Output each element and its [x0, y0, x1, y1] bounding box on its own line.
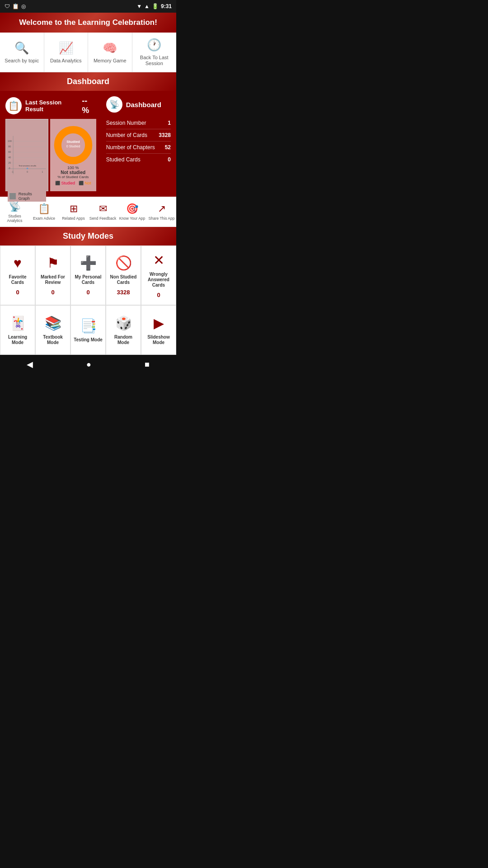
clipboard-icon: 📋: [12, 3, 19, 9]
donut-chart: Studied 0 Studied 100 % Not studied % of…: [50, 119, 96, 191]
svg-text:0: 0: [27, 171, 28, 174]
studied-legend: ⬛ Studied: [55, 181, 75, 185]
wifi-icon: ▼: [136, 3, 142, 9]
share-icon: ↗: [158, 203, 166, 215]
share-nav-label: Share This App: [149, 216, 175, 221]
brain-icon: 🧠: [103, 41, 117, 55]
exam-nav-label: Exam Advice: [33, 216, 55, 221]
quick-actions-grid: 🔍 Search by topic 📈 Data Analytics 🧠 Mem…: [0, 33, 176, 72]
back-button[interactable]: ◀: [27, 359, 33, 369]
back-to-session-button[interactable]: 🕐 Back To Last Session: [132, 33, 177, 72]
legend-text: Results Graph: [19, 192, 44, 201]
number-of-cards-row: Number of Cards 3328: [106, 129, 171, 142]
slideshow-mode-button[interactable]: ▶ Slideshow Mode: [141, 305, 176, 355]
heart-icon: ♥: [14, 255, 22, 271]
status-bar: 🛡 📋 ◎ ▼ ▲ 🔋 9:31: [0, 0, 176, 13]
sub-label: % of Studied Cards: [57, 175, 89, 179]
memory-game-button[interactable]: 🧠 Memory Game: [88, 33, 132, 72]
status-right-icons: ▼ ▲ 🔋 9:31: [136, 3, 172, 9]
analytics-icon: 📈: [59, 41, 73, 55]
textbook-mode-button[interactable]: 📚 Textbook Mode: [35, 305, 70, 355]
know-nav-label: Know Your App: [119, 216, 145, 221]
hide-icon: 🚫: [115, 255, 132, 271]
svg-text:0: 0: [9, 167, 10, 170]
marked-for-review-button[interactable]: ⚑ Marked For Review 0: [35, 245, 70, 305]
personal-label: My Personal Cards: [73, 274, 103, 285]
results-graph: 100 80 60 40 20 0 -1 0 1 Test sessions r…: [5, 119, 48, 191]
personal-cards-button[interactable]: ➕ My Personal Cards 0: [70, 245, 106, 305]
search-by-topic-button[interactable]: 🔍 Search by topic: [0, 33, 44, 72]
related-apps-nav[interactable]: ⊞ Related Apps: [59, 197, 88, 226]
circle-icon: ◎: [21, 3, 26, 9]
study-modes-row2: 🃏 Learning Mode 📚 Textbook Mode 📑 Testin…: [0, 305, 176, 355]
not-studied-label: Not studied: [57, 170, 89, 175]
number-of-chapters-row: Number of Chapters 52: [106, 142, 171, 154]
time: 9:31: [161, 3, 172, 9]
studied-value: 0: [168, 156, 171, 163]
data-analytics-button[interactable]: 📈 Data Analytics: [44, 33, 89, 72]
books-icon: 📚: [45, 315, 61, 331]
memory-label: Memory Game: [94, 58, 127, 64]
donut-svg: Studied 0 Studied: [53, 125, 94, 165]
last-session-header: 📋 Last Session Result -- %: [5, 96, 96, 115]
marked-label: Marked For Review: [38, 274, 68, 285]
chapters-label: Number of Chapters: [106, 144, 155, 151]
know-icon: 🎯: [126, 203, 138, 215]
svg-text:40: 40: [8, 156, 11, 159]
random-label: Random Mode: [108, 335, 139, 345]
stats-header: 📡 Dashboard: [106, 96, 171, 113]
random-mode-button[interactable]: 🎲 Random Mode: [106, 305, 141, 355]
session-number-row: Session Number 1: [106, 117, 171, 129]
dashboard-stats-panel: 📡 Dashboard Session Number 1 Number of C…: [102, 92, 175, 196]
cards-icon: 🃏: [9, 315, 26, 331]
non-studied-cards-button[interactable]: 🚫 Non Studied Cards 3328: [106, 245, 141, 305]
studied-cards-row: Studied Cards 0: [106, 154, 171, 165]
testing-mode-button[interactable]: 📑 Testing Mode: [70, 305, 106, 355]
favorite-cards-button[interactable]: ♥ Favorite Cards 0: [0, 245, 35, 305]
studied-label: Studied Cards: [106, 156, 141, 163]
analytics-label: Data Analytics: [50, 58, 82, 64]
svg-text:80: 80: [8, 145, 11, 148]
signal-icon: ▲: [144, 3, 150, 9]
dashboard-header: Dashboard: [0, 72, 176, 91]
dice-icon: 🎲: [115, 315, 132, 331]
marked-count: 0: [51, 289, 54, 296]
home-button[interactable]: ●: [86, 360, 91, 369]
share-app-nav[interactable]: ↗ Share This App: [147, 197, 176, 226]
cards-value: 3328: [159, 132, 171, 138]
not-legend: ⬛ Not: [79, 181, 91, 185]
recent-apps-button[interactable]: ■: [145, 360, 150, 369]
send-feedback-nav[interactable]: ✉ Send Feedback: [88, 197, 117, 226]
feedback-nav-label: Send Feedback: [89, 216, 117, 221]
related-icon: ⊞: [70, 203, 78, 215]
percent-label: 100 %: [57, 165, 89, 170]
slideshow-label: Slideshow Mode: [143, 335, 174, 345]
learning-mode-button[interactable]: 🃏 Learning Mode: [0, 305, 35, 355]
know-your-app-nav[interactable]: 🎯 Know Your App: [117, 197, 147, 226]
learning-label: Learning Mode: [2, 335, 33, 345]
svg-point-17: [27, 168, 28, 170]
last-session-percent: -- %: [82, 96, 96, 115]
graph-svg: 100 80 60 40 20 0 -1 0 1 Test sessions r…: [8, 121, 46, 189]
feedback-icon: ✉: [99, 203, 107, 215]
svg-text:1: 1: [42, 171, 43, 174]
battery-icon: 🔋: [152, 3, 159, 9]
favorite-label: Favorite Cards: [2, 274, 33, 285]
study-modes-row1: ♥ Favorite Cards 0 ⚑ Marked For Review 0…: [0, 245, 176, 305]
favorite-count: 0: [16, 289, 19, 296]
session-label: Back To Last Session: [135, 55, 174, 66]
svg-text:60: 60: [8, 151, 11, 154]
svg-text:-1: -1: [11, 171, 14, 174]
related-nav-label: Related Apps: [62, 216, 85, 221]
svg-text:Studied: Studied: [66, 140, 80, 144]
wrongly-label: Wrongly Answered Cards: [143, 272, 174, 288]
exam-icon: 📋: [38, 203, 50, 215]
donut-legend: ⬛ Studied ⬛ Not: [55, 181, 91, 185]
dashboard-section: 📋 Last Session Result -- %: [0, 91, 176, 197]
session-number-label: Session Number: [106, 120, 146, 126]
donut-labels: 100 % Not studied % of Studied Cards: [57, 165, 89, 179]
graph-legend: Results Graph: [8, 191, 46, 202]
wrongly-answered-button[interactable]: ✕ Wrongly Answered Cards 0: [141, 245, 176, 305]
personal-count: 0: [86, 289, 89, 296]
dashboard-icon: 📡: [106, 96, 122, 113]
